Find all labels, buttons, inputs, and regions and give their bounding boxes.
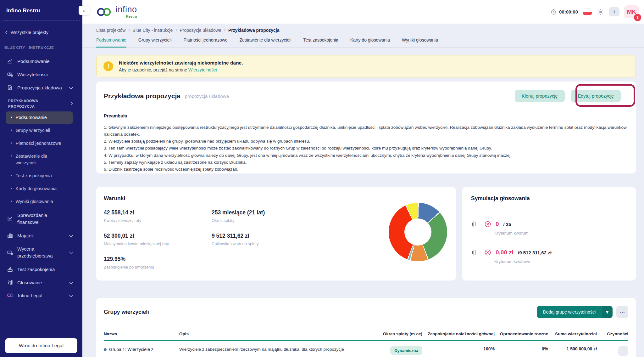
tab-grupy-wierzycieli[interactable]: Grupy wierzycieli (138, 37, 172, 47)
sidebar-item-podsumowanie[interactable]: Podsumowanie (0, 54, 82, 68)
quorum-total: / 25 (503, 222, 511, 227)
quorum-value: 0 (496, 221, 499, 228)
breadcrumb-current: Przykładowa propozycja (228, 28, 280, 33)
row-actions-button[interactable] (618, 346, 628, 356)
infinity-logo-icon (96, 6, 113, 18)
dropdown-caret-icon[interactable]: ▾ (602, 306, 613, 318)
main-area: infino Restru 00:00:00 + MK 3 Lista proj… (82, 0, 644, 357)
banner-title: Niektóre wierzytelności zawierają niekom… (119, 60, 243, 66)
all-projects-link[interactable]: Wszystkie projekty (5, 30, 76, 35)
chevron-down-icon (69, 85, 73, 90)
sidebar-item-wierzytelnosci[interactable]: Wierzytelności (0, 68, 82, 81)
more-options-button[interactable]: ⋯ (616, 306, 628, 318)
tab-platnosci-jednorazowe[interactable]: Płatności jednorazowe (184, 37, 228, 47)
column-header-nazwa: Nazwa (104, 331, 179, 337)
top-bar: infino Restru 00:00:00 + MK 3 (82, 0, 644, 24)
timer-value: 00:00:00 (559, 9, 578, 14)
sidebar-menu: Podsumowanie Wierzytelności Propozycja u… (0, 54, 82, 302)
sidebar-subitem-wyniki-glosowania[interactable]: Wyniki głosowania (6, 196, 73, 208)
banknote-icon (7, 71, 13, 77)
sidebar-subitem-podsumowanie[interactable]: Podsumowanie (6, 111, 73, 124)
sidebar: Infino Restru Wszystkie projekty BLUE CI… (0, 0, 82, 357)
tab-karty-do-glosowania[interactable]: Karty do głosowania (350, 37, 390, 47)
table-row-grupa-1[interactable]: Grupa 1: Wierzyciele z Wierzyciele z zab… (104, 341, 628, 357)
group-description: Wierzyciele z zabezpieczeniem rzeczowym … (179, 346, 375, 353)
banner-text: Aby je uzupełnić, przejdź na stronę Wier… (119, 67, 243, 72)
buildings-icon (7, 232, 13, 239)
page-tabs: Podsumowanie Grupy wierzycieli Płatności… (82, 37, 644, 48)
sidebar-subitem-zestawienie-dla-wierzycieli[interactable]: Zestawienie dla wierzycieli (6, 150, 73, 169)
preamble-title: Preambuła (104, 113, 628, 118)
bars-icon (471, 248, 480, 257)
language-flag-poland[interactable] (583, 8, 592, 15)
column-header-czynnosci: Czynności (597, 331, 628, 337)
quorum-label: Kryterium kworum (494, 231, 627, 235)
sidebar-item-majatek[interactable]: Majątek (0, 229, 82, 242)
tab-test-zaspokojenia[interactable]: Test zaspokojenia (303, 37, 338, 47)
sidebar-subitem-karty-do-glosowania[interactable]: Karty do głosowania (6, 183, 73, 195)
edit-proposal-button[interactable]: Edytuj propozycję (571, 90, 621, 102)
sidebar-item-infino-legal[interactable]: Infino Legal (0, 289, 82, 302)
groups-table-header: Nazwa Opis Okres spłaty (m-ce) Zaspokoje… (104, 331, 628, 341)
groups-title: Grupy wierzycieli (104, 309, 149, 315)
clone-proposal-button[interactable]: Klonuj propozycję (515, 90, 564, 102)
page-title: Przykładowa propozycja (104, 92, 180, 100)
preamble-line: 1. Głównym założeniem niniejszego postęp… (104, 124, 628, 138)
add-creditor-group-button[interactable]: Dodaj grupę wierzytelności ▾ (537, 306, 613, 318)
back-to-infino-legal-button[interactable]: Wróć do Infino Legal (5, 338, 77, 353)
terms-card: Warunki 42 558,14 zł Kwota pierwszej rat… (96, 187, 456, 280)
column-header-opis: Opis (179, 331, 375, 337)
breadcrumb-lista-projektow[interactable]: Lista projektów (96, 28, 125, 33)
sidebar-item-propozycja-ukladowa[interactable]: Propozycja układowa (0, 81, 82, 94)
sidebar-item-glosowanie[interactable]: Głosowanie (0, 276, 82, 289)
chevron-right-icon (70, 101, 73, 107)
chevron-left-icon (5, 31, 8, 34)
creditor-groups-card: Grupy wierzycieli Dodaj grupę wierzyteln… (96, 298, 636, 357)
sidebar-subitem-platnosci-jednorazowe[interactable]: Płatności jednorazowe (6, 137, 73, 150)
column-header-zaspokojenie: Zaspokojenie należności głównej (422, 331, 495, 337)
user-avatar[interactable]: MK 3 (624, 5, 639, 18)
sidebar-divider (3, 20, 80, 20)
page-subtitle: propozycja układowa (185, 94, 229, 99)
sidebar-collapse-button[interactable]: « (79, 6, 90, 15)
tab-wyniki-glosowania[interactable]: Wyniki głosowania (402, 37, 438, 47)
tab-zestawienie-dla-wierzycieli[interactable]: Zestawienie dla wierzycieli (240, 37, 291, 47)
app-title: Infino Restru (0, 0, 82, 14)
creditor-structure-donut-chart (389, 203, 447, 261)
proposal-panel: Przykładowa propozycja propozycja układo… (96, 82, 636, 173)
amount-criterion-row: 0,00 zł /9 512 311,62 zł (471, 248, 627, 257)
preamble-line: 3. Ten sam wierzyciel posiadający wiele … (104, 145, 628, 152)
column-header-suma: Suma wierzytelności (548, 331, 597, 337)
add-button[interactable]: + (609, 7, 619, 16)
amount-value: 0,00 zł (496, 249, 514, 256)
avatar-initials: MK (627, 8, 636, 15)
simulation-title: Symulacja głosowania (471, 195, 627, 202)
chevron-down-icon (69, 233, 73, 238)
wierzytelnosci-link[interactable]: Wierzytelności (188, 67, 217, 72)
group-color-dot (104, 348, 107, 351)
brightness-icon[interactable] (597, 8, 604, 16)
group-suma: 1 500 000,00 zł (548, 346, 597, 351)
sidebar-subitem-grupy-wierzycieli[interactable]: Grupy wierzycieli (6, 124, 73, 137)
stat-first-installment: 42 558,14 zł Kwota pierwszej raty (104, 209, 212, 223)
infino-logo[interactable]: infino Restru (96, 5, 137, 18)
column-header-okres-splaty: Okres spłaty (m-ce) (375, 331, 422, 337)
chart-line-icon (7, 58, 13, 64)
sidebar-item-wycena-przedsiebiorstwa[interactable]: Wycena przedsiębiorstwa (0, 242, 82, 263)
sidebar-item-sprawozdania-finansowe[interactable]: Sprawozdania finansowe (0, 208, 82, 229)
group-zaspokojenie: 100% (422, 346, 495, 351)
breadcrumb-blue-city[interactable]: Blue City - instrukcje (133, 28, 173, 33)
sidebar-subsection-przykladowa-propozycja[interactable]: PRZYKŁADOWA PROPOZYCJA (0, 94, 82, 111)
chart-report-icon (7, 216, 13, 222)
stat-repayment-period: 253 miesiące (21 lat) Okres spłaty (212, 209, 330, 223)
chevron-down-icon (69, 249, 73, 256)
sidebar-item-test-zaspokojenia[interactable]: Test zaspokojenia (0, 263, 82, 276)
voting-simulation-card: Symulacja głosowania 0 / 25 Kryterium kw… (462, 187, 636, 280)
valuation-icon (7, 249, 13, 256)
sidebar-subitem-test-zaspokojenia[interactable]: Test zaspokojenia (6, 170, 73, 182)
tab-podsumowanie[interactable]: Podsumowanie (96, 37, 126, 48)
breadcrumb-propozycje-ukladowe[interactable]: Propozycje układowe (180, 28, 221, 33)
preamble-text: 1. Głównym założeniem niniejszego postęp… (104, 124, 628, 173)
stat-total-to-repay: 9 512 311,62 zł Całkowita kwota do spłat… (212, 233, 330, 246)
dynamic-badge: Dynamiczna (390, 346, 422, 355)
